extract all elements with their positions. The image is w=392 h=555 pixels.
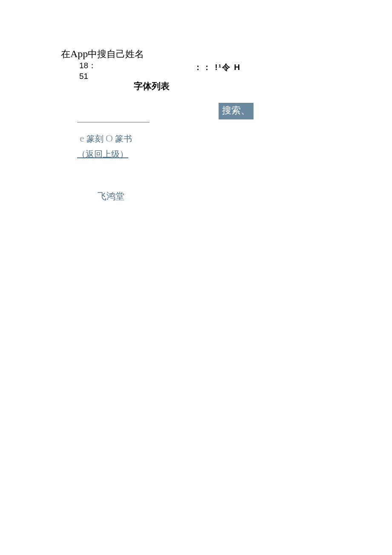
page-title: 字体列表 <box>134 80 170 92</box>
filter-option-zhuanshu[interactable]: 篆书 <box>115 133 132 145</box>
search-button[interactable]: 搜索、 <box>219 103 254 119</box>
header-text: 在App中搜自己姓名 <box>61 48 144 61</box>
filter-options: e 篆刻 O 篆书 <box>80 133 132 145</box>
radio-unchecked-icon[interactable]: e <box>80 133 84 144</box>
header-app-word: App <box>70 48 88 59</box>
time-line1: 18： <box>79 61 96 71</box>
header-suffix: 中搜自己姓名 <box>88 49 144 59</box>
font-item-link[interactable]: 飞鸿堂 <box>98 190 124 202</box>
radio-unchecked-icon[interactable]: O <box>106 133 113 144</box>
time-line2: 51 <box>79 71 96 82</box>
filter-option-zhuanke[interactable]: 篆刻 <box>86 133 104 145</box>
time-display: 18： 51 <box>79 61 96 81</box>
status-icons: ：： !¹令 H <box>194 62 241 73</box>
return-link[interactable]: （返回上级） <box>77 148 128 160</box>
header-prefix: 在 <box>61 49 70 59</box>
input-underline[interactable] <box>77 122 150 122</box>
